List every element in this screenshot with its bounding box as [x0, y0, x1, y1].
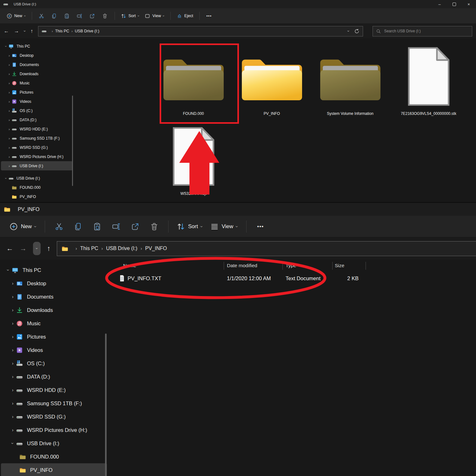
file-tile[interactable]: PV_INFO	[233, 44, 311, 124]
up-button[interactable]: ↑	[30, 29, 33, 34]
chevron-right-icon[interactable]: ›	[9, 374, 16, 379]
forward-button[interactable]: →	[20, 245, 27, 252]
recent-locations-button[interactable]: ›	[33, 242, 41, 255]
sidebar-item[interactable]: › This PC	[1, 263, 107, 277]
sidebar-item[interactable]: › Desktop	[1, 51, 73, 60]
sidebar-item[interactable]: › WSRD Pictures Drive (H:)	[1, 152, 73, 161]
column-header-size[interactable]: Size	[335, 261, 344, 270]
new-button[interactable]: New ›	[4, 10, 29, 21]
maximize-button[interactable]	[447, 0, 461, 8]
view-button[interactable]: View ›	[207, 219, 242, 234]
chevron-right-icon[interactable]: ›	[7, 100, 12, 103]
sidebar-item[interactable]: › WSRD SSD (G:)	[1, 410, 107, 423]
chevron-right-icon[interactable]: ›	[7, 146, 12, 149]
chevron-right-icon[interactable]: ›	[9, 387, 16, 393]
new-button[interactable]: New ›	[6, 219, 40, 234]
chevron-right-icon[interactable]: ›	[9, 414, 16, 419]
cut-button[interactable]	[50, 219, 69, 234]
chevron-right-icon[interactable]: ›	[7, 72, 12, 76]
chevron-right-icon[interactable]: ›	[9, 334, 16, 339]
sidebar-item[interactable]: › Samsung SSD 1TB (F:)	[1, 397, 107, 410]
chevron-down-icon[interactable]: ›	[4, 176, 8, 181]
back-button[interactable]: ←	[4, 29, 9, 34]
breadcrumb-segment[interactable]: › PV_INFO	[141, 246, 167, 251]
chevron-right-icon[interactable]: ›	[7, 54, 12, 57]
column-divider[interactable]	[224, 262, 224, 270]
sidebar-item[interactable]: › USB Drive (I:)	[1, 161, 73, 170]
chevron-right-icon[interactable]: ›	[9, 427, 16, 433]
rename-button[interactable]	[107, 219, 126, 234]
sidebar-item[interactable]: › Music	[1, 317, 107, 330]
sidebar-item[interactable]: › Samsung SSD 1TB (F:)	[1, 134, 73, 143]
sidebar-item[interactable]: › Videos	[1, 97, 73, 106]
sidebar-item[interactable]: › Desktop	[1, 277, 107, 290]
paste-button[interactable]	[88, 219, 107, 234]
copy-button[interactable]	[69, 219, 88, 234]
rename-button[interactable]	[73, 10, 86, 21]
delete-button[interactable]	[145, 219, 164, 234]
breadcrumb-segment[interactable]: › This PC	[52, 29, 69, 33]
refresh-button[interactable]	[354, 29, 360, 34]
column-divider[interactable]	[332, 262, 333, 270]
chevron-right-icon[interactable]: ›	[7, 136, 12, 140]
address-dropdown-button[interactable]: ›	[346, 30, 351, 32]
chevron-right-icon[interactable]: ›	[7, 155, 12, 159]
sidebar-item[interactable]: › Music	[1, 78, 73, 88]
sidebar-item[interactable]: › WSRD HDD (E:)	[1, 383, 107, 397]
sidebar-item[interactable]: › Documents	[1, 60, 73, 69]
chevron-right-icon[interactable]: ›	[9, 401, 16, 406]
breadcrumb-segment[interactable]: › USB Drive (I:)	[102, 246, 137, 251]
file-tile[interactable]: WS320XR.4.djt	[154, 124, 233, 203]
forward-button[interactable]: →	[14, 29, 19, 34]
chevron-right-icon[interactable]: ›	[7, 127, 12, 131]
breadcrumb-segment[interactable]: › USB Drive (I:)	[71, 29, 99, 33]
sidebar-item[interactable]: PV_INFO	[1, 463, 107, 476]
chevron-right-icon[interactable]: ›	[9, 361, 16, 366]
sidebar-item[interactable]: › WSRD HDD (E:)	[1, 124, 73, 134]
sidebar-item[interactable]: › Pictures	[1, 88, 73, 97]
column-header-name[interactable]: Name	[123, 261, 136, 270]
chevron-right-icon[interactable]: ›	[7, 164, 12, 168]
more-options-button[interactable]: •••	[251, 219, 270, 234]
chevron-down-icon[interactable]: ›	[4, 44, 8, 49]
minimize-button[interactable]: –	[432, 0, 447, 8]
back-button[interactable]: ←	[6, 245, 13, 252]
chevron-right-icon[interactable]: ›	[9, 347, 16, 353]
recent-locations-button[interactable]: ›	[23, 30, 27, 32]
sidebar-scrollbar[interactable]	[105, 334, 107, 476]
chevron-right-icon[interactable]: ›	[7, 81, 12, 85]
delete-button[interactable]	[99, 10, 111, 21]
file-tile[interactable]: WS220XR.4.93.djt	[468, 44, 476, 124]
sidebar-item[interactable]: › OS (C:)	[1, 357, 107, 370]
sidebar-item[interactable]: › Downloads	[1, 303, 107, 317]
sort-button[interactable]: Sort ›	[173, 219, 207, 234]
chevron-right-icon[interactable]: ›	[9, 307, 16, 313]
column-header-type[interactable]: Type	[286, 261, 296, 270]
file-tile[interactable]: FOUND.000	[154, 44, 233, 124]
sidebar-item[interactable]: › USB Drive (I:)	[1, 174, 73, 183]
chevron-right-icon[interactable]: ›	[7, 118, 12, 122]
more-options-button[interactable]: •••	[203, 10, 215, 21]
sidebar-item[interactable]: FOUND.000	[1, 183, 73, 192]
chevron-right-icon[interactable]: ›	[7, 63, 12, 67]
file-tile[interactable]: System Volume Information	[311, 44, 389, 124]
copy-button[interactable]	[48, 10, 61, 21]
sidebar-item[interactable]: › Downloads	[1, 69, 73, 78]
view-button[interactable]: View ›	[142, 10, 167, 21]
column-divider[interactable]	[282, 262, 283, 270]
close-button[interactable]: ×	[461, 0, 476, 8]
address-bar[interactable]: › This PC › USB Drive (I:) › PV_INFO	[57, 241, 476, 256]
sidebar-item[interactable]: › Videos	[1, 343, 107, 357]
sidebar-item[interactable]: › This PC	[1, 42, 73, 51]
sidebar-item[interactable]: › Pictures	[1, 330, 107, 343]
search-input[interactable]	[383, 29, 469, 34]
sidebar-item[interactable]: FOUND.000	[1, 450, 107, 463]
chevron-right-icon[interactable]: ›	[7, 109, 12, 113]
sidebar-item[interactable]: › DATA (D:)	[1, 370, 107, 383]
sidebar-item[interactable]: › OS (C:)	[1, 106, 73, 115]
sidebar-item[interactable]: › Documents	[1, 290, 107, 303]
chevron-down-icon[interactable]: ›	[6, 267, 11, 274]
sidebar-item[interactable]: PV_INFO	[1, 192, 73, 201]
chevron-right-icon[interactable]: ›	[9, 294, 16, 299]
chevron-down-icon[interactable]: ›	[10, 440, 15, 447]
